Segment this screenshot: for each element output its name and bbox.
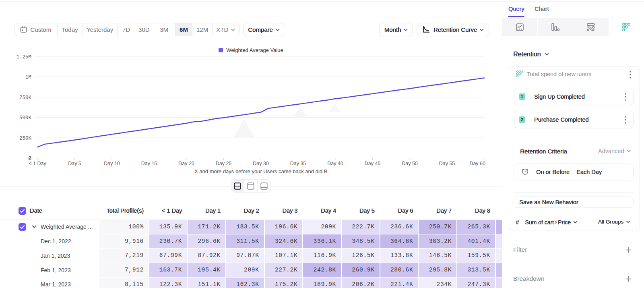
- svg-text:Day 5: Day 5: [68, 161, 81, 166]
- svg-text:Day 30: Day 30: [253, 161, 269, 166]
- svg-text:500K: 500K: [19, 115, 32, 121]
- svg-text:1.25M: 1.25M: [16, 54, 31, 60]
- svg-text:Day 55: Day 55: [439, 161, 455, 166]
- svg-text:750K: 750K: [19, 95, 32, 101]
- svg-text:Day 10: Day 10: [104, 161, 120, 166]
- svg-text:Day 15: Day 15: [141, 161, 157, 166]
- svg-text:Day 60: Day 60: [469, 161, 485, 166]
- svg-text:< 1 Day: < 1 Day: [29, 161, 46, 166]
- svg-text:1M: 1M: [25, 75, 31, 80]
- svg-text:Day 20: Day 20: [178, 161, 194, 166]
- svg-text:Day 50: Day 50: [402, 161, 418, 166]
- svg-text:Day 35: Day 35: [290, 161, 306, 166]
- svg-text:Day 40: Day 40: [327, 161, 343, 166]
- svg-text:250K: 250K: [19, 136, 32, 141]
- svg-text:Day 25: Day 25: [216, 161, 232, 166]
- svg-text:Day 45: Day 45: [365, 161, 381, 166]
